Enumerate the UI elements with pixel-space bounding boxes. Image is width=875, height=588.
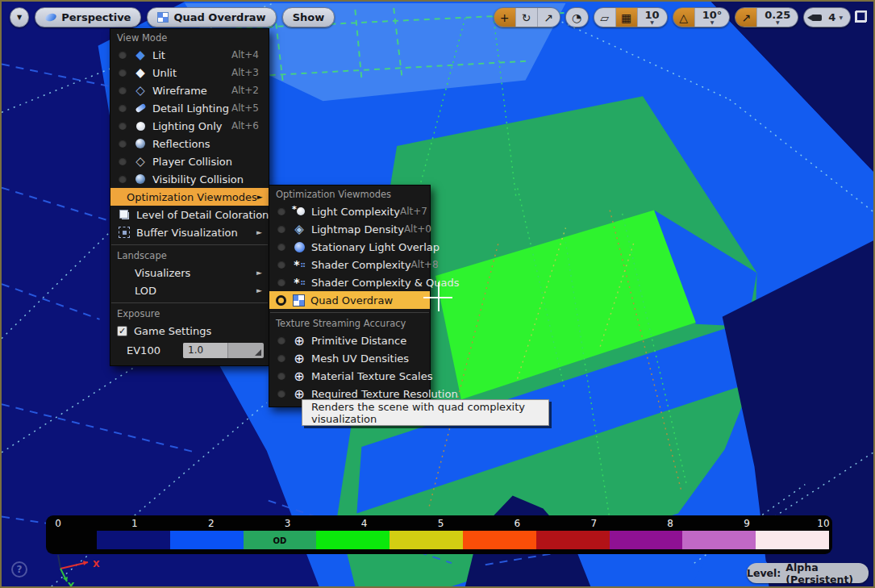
shortcut-label: Alt+3 [231, 67, 264, 78]
menu-item-lightmap-density[interactable]: Lightmap DensityAlt+0 [269, 220, 430, 238]
surface-snap-button[interactable]: ▱ [594, 8, 616, 27]
maximize-viewport-button[interactable] [855, 10, 867, 23]
legend-color-segment: OD [244, 531, 317, 549]
overdraw-legend: 012345678910 OD [46, 515, 832, 554]
ev100-row: EV100 1.0 [110, 340, 269, 361]
menu-item-material-texture-scales[interactable]: Material Texture Scales [269, 367, 430, 385]
menu-item-optimization-viewmodes[interactable]: Optimization Viewmodes► [110, 188, 269, 206]
menu-item-level-of-detail-coloration[interactable]: Level of Detail Coloration► [110, 206, 269, 223]
menu-item-label: Material Texture Scales [311, 370, 432, 382]
chevron-down-icon: ▼ [650, 20, 654, 25]
quad-overdraw-icon [157, 12, 169, 23]
menu-item-stationary-light-overlap[interactable]: Stationary Light Overlap [269, 238, 430, 256]
camera-speed-value: 4 [828, 13, 835, 23]
menu-item-mesh-uv-densities[interactable]: Mesh UV Densities [269, 349, 430, 367]
move-tool-button[interactable]: + [494, 8, 516, 27]
ev100-value: 1.0 [188, 344, 203, 356]
menu-item-game-settings[interactable]: ✓ Game Settings [110, 322, 269, 340]
scale-tool-button[interactable]: ↗ [538, 8, 560, 27]
radio-icon [277, 207, 285, 215]
menu-item-lod[interactable]: LOD► [110, 281, 269, 299]
grid-snap-button[interactable]: ▦ [616, 8, 638, 27]
view-mode-label: Quad Overdraw [173, 11, 265, 23]
menu-item-visualizers[interactable]: Visualizers► [110, 264, 269, 281]
world-local-toggle-button[interactable]: ◔ [566, 8, 588, 27]
level-name: Alpha (Persistent) [785, 561, 869, 586]
menu-item-label: Lighting Only [152, 120, 222, 132]
uv-crosshair-icon [292, 334, 306, 347]
menu-item-lighting-only[interactable]: Lighting OnlyAlt+6 [110, 117, 269, 135]
radio-icon [277, 372, 285, 380]
menu-item-label: Mesh UV Densities [311, 352, 409, 365]
shortcut-label: Alt+4 [231, 49, 264, 60]
menu-item-label: Required Texture Resolution [311, 388, 458, 400]
grid-snap-value-dropdown[interactable]: 10 ▼ [638, 8, 667, 27]
menu-section-title: Exposure [110, 305, 269, 322]
scale-snap-value: 0.25 [765, 10, 790, 20]
legend-color-segment [170, 531, 244, 549]
viewport-options-button[interactable]: ▼ [10, 7, 29, 27]
radio-icon [119, 175, 127, 183]
camera-speed-dropdown[interactable]: 4 ▼ [804, 8, 850, 27]
stationary-light-overlap-icon [292, 240, 306, 253]
menu-item-shader-complexity[interactable]: Shader ComplexityAlt+8 [269, 256, 430, 273]
scale-snap-button[interactable]: ↗ [735, 8, 757, 27]
angle-snap-icon: △ [679, 11, 688, 24]
menu-item-label: Optimization Viewmodes [127, 191, 257, 203]
menu-item-wireframe[interactable]: WireframeAlt+2 [110, 81, 269, 99]
menu-item-unlit[interactable]: UnlitAlt+3 [110, 64, 269, 81]
show-button[interactable]: Show [282, 7, 335, 27]
game-settings-checkbox[interactable]: ✓ [117, 326, 127, 336]
menu-item-lit[interactable]: LitAlt+4 [110, 46, 269, 64]
unlit-cube-icon [133, 66, 148, 79]
ev100-spinbox[interactable]: 1.0 [183, 343, 264, 358]
rotation-snap-button[interactable]: △ [673, 8, 695, 27]
rotation-snap-value: 10° [702, 10, 723, 20]
ev100-label: EV100 [127, 344, 160, 357]
rotation-snap-value-dropdown[interactable]: 10° ▼ [695, 8, 730, 27]
radio-icon [119, 86, 127, 94]
legend-color-segment [756, 531, 829, 549]
reflections-icon [133, 137, 148, 150]
view-mode-button[interactable]: Quad Overdraw [147, 7, 276, 27]
legend-tick-label: 9 [744, 518, 750, 529]
camera-icon [811, 15, 822, 21]
scale-snap-value-dropdown[interactable]: 0.25 ▼ [757, 8, 798, 27]
help-icon[interactable]: ? [11, 561, 27, 578]
visibility-collision-icon [133, 173, 148, 186]
menu-item-reflections[interactable]: Reflections [110, 135, 269, 152]
radio-icon [119, 157, 127, 165]
menu-separator [111, 302, 268, 303]
menu-item-player-collision[interactable]: Player Collision [110, 152, 269, 170]
menu-item-buffer-visualization[interactable]: Buffer Visualization► [110, 223, 269, 241]
menu-item-label: Primitive Distance [311, 335, 406, 347]
rotate-tool-button[interactable]: ↻ [516, 8, 538, 27]
grid-snap-value: 10 [645, 10, 660, 20]
menu-item-light-complexity[interactable]: Light ComplexityAlt+7 [269, 202, 430, 220]
x-axis-label: X [93, 559, 100, 569]
legend-tick-label: 4 [361, 518, 368, 529]
menu-item-quad-overdraw[interactable]: Quad Overdraw [269, 291, 430, 309]
lod-coloration-icon [117, 208, 131, 221]
menu-item-detail-lighting[interactable]: Detail LightingAlt+5 [110, 99, 269, 117]
radio-icon [119, 69, 127, 77]
perspective-button[interactable]: Perspective [35, 7, 141, 27]
menu-item-label: Wireframe [152, 85, 207, 97]
menu-separator [270, 312, 429, 313]
menu-item-label: Visibility Collision [152, 173, 244, 186]
menu-item-visibility-collision[interactable]: Visibility Collision [110, 170, 269, 188]
buffer-visualization-icon [117, 226, 131, 239]
shortcut-label: Alt+6 [231, 120, 264, 131]
menu-section-title: View Mode [110, 29, 269, 46]
legend-color-segment [610, 531, 683, 549]
menu-item-primitive-distance[interactable]: Primitive Distance [269, 332, 430, 349]
menu-item-label: Stationary Light Overlap [311, 241, 440, 253]
submenu-section-title: Optimization Viewmodes [269, 186, 430, 202]
legend-color-segment [316, 531, 390, 549]
perspective-icon [44, 12, 57, 23]
axis-gizmo: X Y [34, 553, 110, 588]
menu-item-label: Shader Complexity [311, 259, 411, 271]
globe-icon: ◔ [572, 11, 581, 24]
chevron-down-icon: ▼ [776, 20, 780, 25]
menu-item-shader-complexity-quads[interactable]: Shader Complexity & Quads [269, 273, 430, 291]
